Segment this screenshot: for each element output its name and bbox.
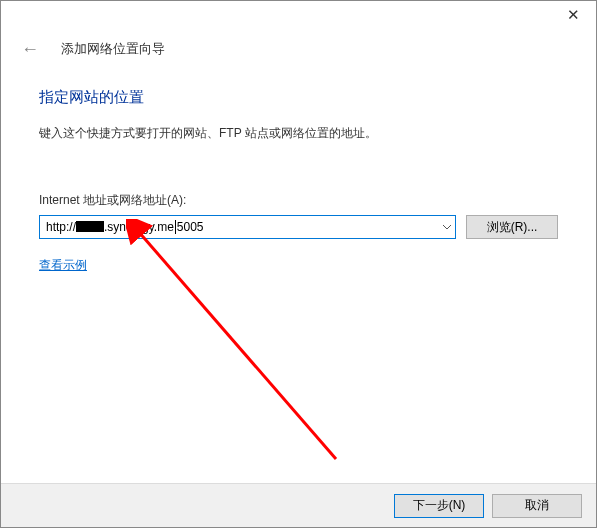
url-suffix: 5005 [177,220,204,234]
url-mid: .synology.me [104,220,174,234]
text-caret [175,220,176,234]
redacted-segment [76,221,104,232]
wizard-title: 添加网络位置向导 [61,41,165,58]
close-button[interactable]: ✕ [551,1,596,29]
cancel-button[interactable]: 取消 [492,494,582,518]
address-row: http://.synology.me5005 浏览(R)... [39,215,558,239]
address-combobox[interactable]: http://.synology.me5005 [39,215,456,239]
wizard-header: ← 添加网络位置向导 [1,31,596,72]
footer: 下一步(N) 取消 [1,483,596,527]
back-arrow-icon[interactable]: ← [17,37,43,62]
address-label: Internet 地址或网络地址(A): [39,192,558,209]
page-heading: 指定网站的位置 [39,88,558,107]
instruction-text: 键入这个快捷方式要打开的网站、FTP 站点或网络位置的地址。 [39,125,558,142]
browse-button[interactable]: 浏览(R)... [466,215,558,239]
chevron-down-icon[interactable] [437,216,455,238]
titlebar: ✕ [1,1,596,31]
next-button[interactable]: 下一步(N) [394,494,484,518]
content-area: 指定网站的位置 键入这个快捷方式要打开的网站、FTP 站点或网络位置的地址。 I… [1,72,596,274]
view-example-link[interactable]: 查看示例 [39,258,87,272]
url-prefix: http:// [46,220,76,234]
address-input[interactable]: http://.synology.me5005 [40,218,437,236]
